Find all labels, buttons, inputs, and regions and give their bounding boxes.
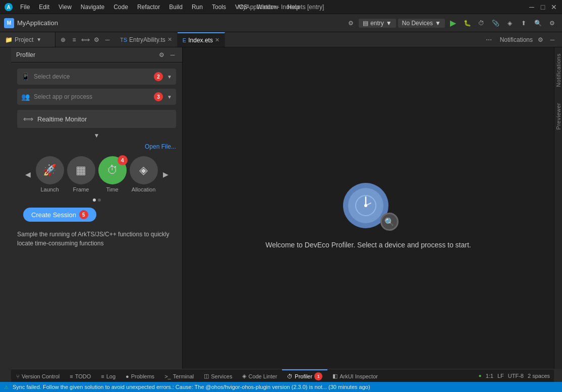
frame-tool[interactable]: ▦ Frame xyxy=(67,156,95,192)
notifications-panel-label[interactable]: Notifications xyxy=(555,51,561,89)
ts-file-icon: TS xyxy=(120,37,127,43)
status-tab-terminal[interactable]: >_ Terminal xyxy=(159,369,199,382)
menu-code[interactable]: Code xyxy=(109,3,132,12)
device-selector[interactable]: 📱 Select device 2 ▼ xyxy=(17,69,176,85)
app-icon: M xyxy=(4,18,14,28)
run-button[interactable]: ▶ xyxy=(447,17,459,29)
file-tab-entryability[interactable]: TS EntryAbility.ts ✕ xyxy=(115,32,178,47)
menu-build[interactable]: Build xyxy=(165,3,187,12)
menu-navigate[interactable]: Navigate xyxy=(77,3,108,12)
maximize-button[interactable]: □ xyxy=(539,3,547,11)
right-side-panel: Notifications Previewer xyxy=(554,47,562,369)
collapse-button[interactable]: ≡ xyxy=(70,35,79,44)
time-tool[interactable]: ⏱ 4 Time xyxy=(98,156,127,192)
entry-selector[interactable]: ▤ entry ▼ xyxy=(359,19,396,28)
deploy-button[interactable]: ⬆ xyxy=(518,17,530,29)
status-tab-version-control[interactable]: ⑂ Version Control xyxy=(11,369,65,382)
expand-button[interactable]: ⟺ xyxy=(81,35,90,44)
collapse-section[interactable]: ▼ xyxy=(11,130,182,141)
coverage-button[interactable]: ◈ xyxy=(503,17,516,29)
app-process-placeholder: Select app or process xyxy=(34,93,150,100)
welcome-panel: 🔍 Welcome to DevEco Profiler. Select a d… xyxy=(183,47,554,382)
entry-icon: ▤ xyxy=(363,20,368,27)
notification-settings[interactable]: ⚙ xyxy=(536,35,545,44)
device-badge: 2 xyxy=(154,72,163,81)
menu-tools[interactable]: Tools xyxy=(208,3,230,12)
notification-close[interactable]: ─ xyxy=(548,35,557,44)
menu-refactor[interactable]: Refactor xyxy=(133,3,164,12)
svg-text:A: A xyxy=(7,5,10,10)
project-tab[interactable]: 📁 Project ▼ xyxy=(0,32,55,47)
encoding: UTF-8 xyxy=(508,373,524,379)
settings2-button[interactable]: ⚙ xyxy=(546,17,558,29)
arkui-icon: ◧ xyxy=(332,373,338,379)
search-button[interactable]: 🔍 xyxy=(532,17,544,29)
tools-next-button[interactable]: ▶ xyxy=(161,168,171,180)
time-tool-circle: ⏱ 4 xyxy=(98,156,127,184)
status-tab-services[interactable]: ◫ Services xyxy=(199,369,237,382)
code-linter-icon: ◈ xyxy=(242,373,246,379)
profiler-tab-badge: 1 xyxy=(314,372,322,380)
magnifier-icon: 🔍 xyxy=(380,213,399,231)
menu-view[interactable]: View xyxy=(54,3,76,12)
dot-1 xyxy=(93,199,96,202)
realtime-monitor-button[interactable]: ⟺ Realtime Monitor xyxy=(17,110,176,128)
menu-run[interactable]: Run xyxy=(188,3,207,12)
profiler-close-button[interactable]: ─ xyxy=(168,50,177,59)
tab-settings-button[interactable]: ⚙ xyxy=(92,35,101,44)
create-session-button[interactable]: Create Session 5 xyxy=(23,208,96,222)
file-tab-index[interactable]: E Index.ets ✕ xyxy=(178,32,225,47)
menu-edit[interactable]: Edit xyxy=(35,3,53,12)
bottom-status-bar: ⚠ Sync failed. Follow the given solution… xyxy=(0,382,562,392)
more-tabs-button[interactable]: ⋯ xyxy=(483,32,495,47)
profile-button[interactable]: ⏱ xyxy=(475,17,487,29)
tab-close-button[interactable]: ─ xyxy=(103,35,112,44)
status-tab-code-linter[interactable]: ◈ Code Linter xyxy=(237,369,282,382)
code-linter-label: Code Linter xyxy=(248,373,277,379)
profiler-tab-label: Profiler xyxy=(295,373,312,379)
terminal-icon: >_ xyxy=(164,373,171,379)
file-tab-list: TS EntryAbility.ts ✕ E Index.ets ✕ xyxy=(115,32,483,47)
status-bar: ⑂ Version Control ≡ TODO ≡ Log ● Problem… xyxy=(11,369,554,382)
allocation-tool-circle: ◈ xyxy=(130,156,158,184)
attach-button[interactable]: 📎 xyxy=(489,17,501,29)
allocation-tool[interactable]: ◈ Allocation xyxy=(130,156,158,192)
app-process-dropdown-icon: ▼ xyxy=(167,94,172,100)
add-tab-button[interactable]: ⊕ xyxy=(59,35,68,44)
status-tab-profiler[interactable]: ⏱ Profiler 1 xyxy=(282,369,327,382)
close-tab-icon[interactable]: ✕ xyxy=(167,36,172,43)
left-panel: Profiler ⚙ ─ 📱 Select device 2 ▼ 👥 Selec… xyxy=(11,47,183,382)
file-tab-label-active: Index.ets xyxy=(188,37,213,44)
open-file-link[interactable]: Open File... xyxy=(11,141,182,152)
status-right: ● 1:1 LF UTF-8 2 spaces xyxy=(479,373,554,379)
previewer-panel-label[interactable]: Previewer xyxy=(555,101,561,132)
status-tab-log[interactable]: ≡ Log xyxy=(96,369,121,382)
devices-label: No Devices xyxy=(402,20,433,27)
profiler-settings-button[interactable]: ⚙ xyxy=(157,50,166,59)
terminal-label: Terminal xyxy=(173,373,194,379)
minimize-button[interactable]: ─ xyxy=(528,3,536,11)
tab-bar: 📁 Project ▼ ⊕ ≡ ⟺ ⚙ ─ TS EntryAbility.ts… xyxy=(0,32,562,47)
close-button[interactable]: ✕ xyxy=(550,3,558,11)
app-process-badge: 3 xyxy=(154,92,163,101)
debug-button[interactable]: 🐛 xyxy=(461,17,473,29)
devices-selector[interactable]: No Devices ▼ xyxy=(398,19,445,28)
tools-prev-button[interactable]: ◀ xyxy=(23,168,33,180)
status-tab-arkui[interactable]: ◧ ArkUI Inspector xyxy=(327,369,383,382)
create-session-area: Create Session 5 xyxy=(11,204,182,226)
status-tab-problems[interactable]: ● Problems xyxy=(121,369,159,382)
close-tab-active-icon[interactable]: ✕ xyxy=(215,37,219,43)
create-session-label: Create Session xyxy=(31,211,76,219)
welcome-text: Welcome to DevEco Profiler. Select a dev… xyxy=(265,241,471,249)
entry-dropdown-icon: ▼ xyxy=(386,20,392,27)
app-logo: A xyxy=(4,3,13,12)
entry-label: entry xyxy=(370,20,384,27)
indent-size: 2 spaces xyxy=(528,373,550,379)
arkui-label: ArkUI Inspector xyxy=(340,373,378,379)
launch-tool[interactable]: 🚀 Launch xyxy=(36,156,64,192)
menu-file[interactable]: File xyxy=(16,3,34,12)
settings-icon[interactable]: ⚙ xyxy=(345,17,357,29)
status-tab-todo[interactable]: ≡ TODO xyxy=(65,369,96,382)
app-process-selector[interactable]: 👥 Select app or process 3 ▼ xyxy=(17,89,176,105)
launch-tool-circle: 🚀 xyxy=(36,156,64,184)
